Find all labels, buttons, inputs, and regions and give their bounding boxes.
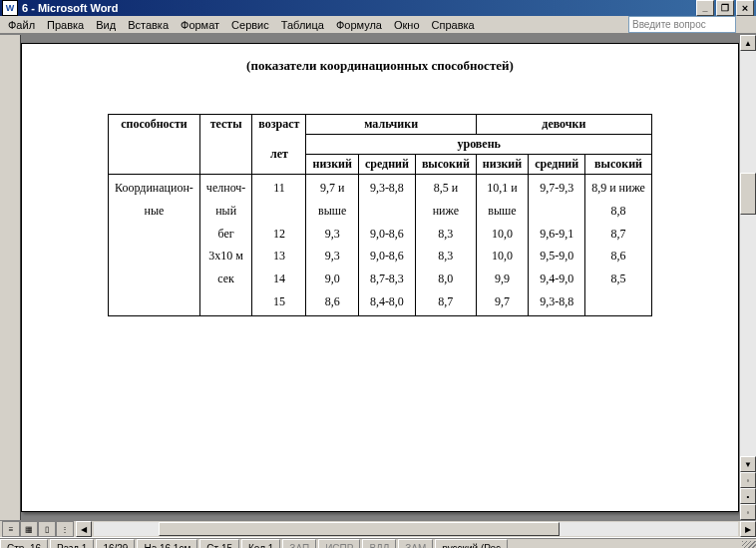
status-col: Кол 1 [241,539,280,548]
resize-grip[interactable] [742,541,756,548]
workarea: (показатели координационных способностей… [0,35,756,520]
status-section: Разд 1 [50,539,94,548]
girls-high-h: высокий [585,155,652,175]
browse-object-button[interactable]: • [740,488,756,504]
app-window: W 6 - Microsoft Word _ ❐ × Файл Правка В… [0,0,756,548]
vertical-scrollbar[interactable]: ▲ ▼ ◦ • ◦ [739,35,756,520]
cell-girls-mid: 9,7-9,3 9,6-9,1 9,5-9,0 9,4-9,0 9,3-8,8 [529,175,585,316]
cell-girls-high: 8,9 и ниже 8,8 8,7 8,6 8,5 [585,175,652,316]
cell-girls-low: 10,1 и выше 10,0 10,0 9,9 9,7 [476,175,528,316]
col-girls: девочки [476,115,651,135]
cell-boys-low: 9,7 и выше 9,3 9,3 9,0 8,6 [306,175,358,316]
cell-boys-high: 8,5 и ниже 8,3 8,3 8,0 8,7 [415,175,476,316]
menu-view[interactable]: Вид [90,17,122,33]
menu-file[interactable]: Файл [2,17,41,33]
menu-help[interactable]: Справка [426,17,481,33]
status-line: Ст 15 [199,539,239,548]
cell-boys-mid: 9,3-8,8 9,0-8,6 9,0-8,6 8,7-8,3 8,4-8,0 [358,175,415,316]
girls-low-h: низкий [476,155,528,175]
hscroll-track[interactable] [94,522,738,536]
print-layout-button[interactable]: ▯ [38,521,56,537]
titlebar: W 6 - Microsoft Word _ ❐ × [0,0,756,16]
status-rec[interactable]: ЗАП [282,539,316,548]
status-at: На 16,1см [137,539,197,548]
cell-test: челноч- ный бег 3х10 м сек [199,175,252,316]
scroll-right-button[interactable]: ▶ [740,521,756,537]
status-page: Стр. 16 [0,539,48,548]
status-lang[interactable]: русский (Рос [435,539,508,548]
col-boys: мальчики [306,115,476,135]
page: (показатели координационных способностей… [21,43,739,512]
status-trk[interactable]: ИСПР [318,539,360,548]
scroll-left-button[interactable]: ◀ [76,521,92,537]
statusbar: Стр. 16 Разд 1 16/29 На 16,1см Ст 15 Кол… [0,538,756,548]
document-viewport[interactable]: (показатели координационных способностей… [21,35,739,520]
outline-view-button[interactable]: ⋮ [56,521,74,537]
boys-high-h: высокий [415,155,476,175]
scroll-up-button[interactable]: ▲ [740,35,756,51]
row-level: уровень [306,135,651,155]
status-pagecount: 16/29 [96,539,135,548]
vertical-ruler [0,35,21,520]
cell-ages: 11 12 13 14 15 [252,175,306,316]
status-ovr[interactable]: ЗАМ [398,539,433,548]
word-icon: W [2,0,18,16]
boys-low-h: низкий [306,155,358,175]
menubar: Файл Правка Вид Вставка Формат Сервис Та… [0,16,756,34]
web-view-button[interactable]: ▦ [20,521,38,537]
girls-mid-h: средний [529,155,585,175]
scroll-down-button[interactable]: ▼ [740,456,756,472]
col-age: возраст лет [252,115,306,175]
menu-format[interactable]: Формат [175,17,225,33]
horizontal-scrollbar[interactable]: ≡ ▦ ▯ ⋮ ◀ ▶ [0,520,756,537]
ask-question-box[interactable]: Введите вопрос [628,16,736,33]
data-table: способности тесты возраст лет мальчики д… [108,114,652,316]
next-page-button[interactable]: ◦ [740,504,756,520]
table-row: Координацион- ные челноч- ный бег 3х10 м… [109,175,652,316]
menu-table[interactable]: Таблица [275,17,330,33]
hscroll-thumb[interactable] [159,522,560,536]
cell-ability: Координацион- ные [109,175,200,316]
menu-formula[interactable]: Формула [330,17,388,33]
menu-window[interactable]: Окно [388,17,426,33]
col-tests: тесты [199,115,252,175]
status-ext[interactable]: ВДЛ [362,539,396,548]
doc-heading: (показатели координационных способностей… [62,58,698,74]
boys-mid-h: средний [358,155,415,175]
scroll-thumb[interactable] [740,173,756,215]
close-button[interactable]: × [736,0,754,16]
normal-view-button[interactable]: ≡ [2,521,20,537]
col-ability: способности [109,115,200,175]
maximize-button[interactable]: ❐ [716,0,734,16]
prev-page-button[interactable]: ◦ [740,472,756,488]
window-title: 6 - Microsoft Word [22,2,118,14]
menu-edit[interactable]: Правка [41,17,90,33]
minimize-button[interactable]: _ [696,0,714,16]
menu-tools[interactable]: Сервис [225,17,275,33]
menu-insert[interactable]: Вставка [122,17,175,33]
scroll-track[interactable] [740,51,756,456]
